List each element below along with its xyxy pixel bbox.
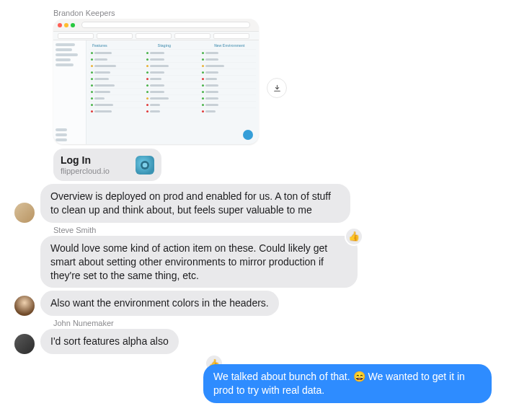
- mini-col-b: Staging: [158, 43, 171, 48]
- svg-point-1: [143, 162, 148, 167]
- sender-label: Steve Smith: [53, 226, 518, 234]
- smile-emoji: 😄: [353, 370, 365, 384]
- message-bubble-outgoing[interactable]: We talked about bunch of that. 😄 We want…: [203, 364, 492, 403]
- download-button[interactable]: [267, 78, 287, 98]
- message-bubble[interactable]: Would love some kind of action item on t…: [40, 236, 358, 288]
- message-text: We talked about bunch of that.: [213, 371, 353, 382]
- sender-label: John Nunemaker: [53, 319, 518, 327]
- reaction-thumbs-up[interactable]: 👍: [345, 227, 363, 246]
- mini-fab-icon: [243, 130, 253, 140]
- avatar[interactable]: [14, 203, 35, 223]
- mini-col-c: New Environment: [214, 43, 244, 48]
- mini-col-a: Features: [92, 43, 107, 48]
- link-card-icon: [136, 156, 154, 175]
- mini-browser-chrome: [53, 19, 259, 32]
- message-text: Overview is deployed on prod and enabled…: [50, 190, 331, 216]
- message-bubble[interactable]: I'd sort features alpha also: [40, 329, 179, 354]
- link-card[interactable]: Log In flippercloud.io: [53, 149, 161, 181]
- message-text: Would love some kind of action item on t…: [50, 242, 327, 281]
- mini-sidebar: [53, 40, 87, 144]
- message-bubble[interactable]: Also want the environment colors in the …: [40, 291, 279, 316]
- thumbs-up-icon: 👍: [348, 230, 360, 243]
- avatar[interactable]: [14, 334, 35, 354]
- message-text: I'd sort features alpha also: [50, 335, 169, 347]
- message-bubble[interactable]: Overview is deployed on prod and enabled…: [40, 184, 350, 223]
- sender-label: Brandon Keepers: [53, 9, 518, 17]
- link-card-domain: flippercloud.io: [61, 167, 110, 175]
- link-card-title: Log In: [61, 154, 110, 166]
- message-text: Also want the environment colors in the …: [50, 297, 269, 309]
- attachment-screenshot[interactable]: Features Staging New Environment: [53, 19, 259, 144]
- avatar[interactable]: [14, 296, 35, 316]
- mini-table: Features Staging New Environment: [87, 40, 259, 144]
- mini-browser-tabs: [53, 32, 259, 40]
- download-icon: [272, 84, 282, 93]
